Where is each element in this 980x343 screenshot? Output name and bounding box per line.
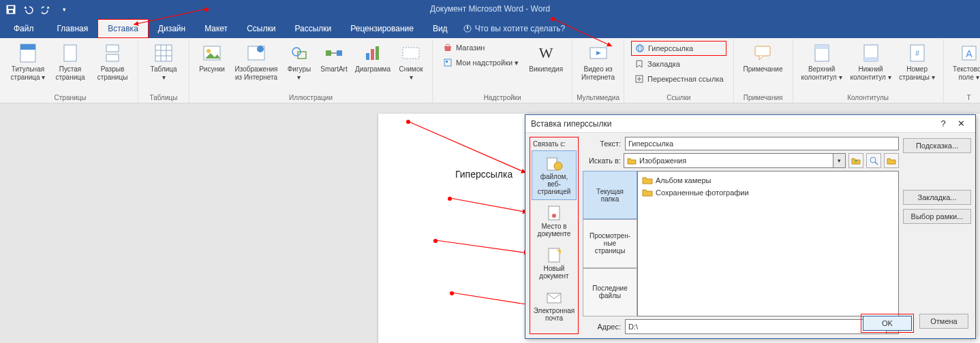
link-to-panel: Связать с: файлом, веб- страницей Место …	[530, 137, 579, 334]
linkto-email[interactable]: Электронная почта	[532, 284, 577, 327]
svg-rect-10	[155, 45, 172, 61]
dialog-close-button[interactable]: ✕	[952, 116, 970, 131]
svg-rect-21	[326, 50, 331, 56]
bookmark-button[interactable]: Закладка	[631, 57, 726, 71]
svg-text:#: #	[915, 50, 919, 57]
tell-me[interactable]: Что вы хотите сделать?	[463, 19, 566, 38]
svg-point-52	[552, 214, 556, 218]
tab-references[interactable]: Ссылки	[237, 19, 285, 38]
lookin-combo[interactable]: Изображения ▾	[624, 153, 846, 168]
annotation-dot	[433, 239, 438, 243]
address-label: Адрес:	[583, 323, 621, 331]
page-break-button[interactable]: Разрыв страницы	[91, 39, 134, 82]
cover-page-button[interactable]: Титульная страница ▾	[7, 39, 49, 82]
file-list[interactable]: Альбом камеры Сохраненные фотографии	[637, 171, 899, 316]
address-input[interactable]: D:\ ▾	[625, 319, 899, 334]
ok-button[interactable]: OK	[863, 316, 912, 331]
chart-button[interactable]: Диаграмма	[352, 39, 394, 75]
textbox-button[interactable]: AТекстовое поле ▾	[948, 39, 980, 82]
linkto-new-doc[interactable]: Новый документ	[532, 242, 577, 284]
bookmark-dialog-button[interactable]: Закладка...	[903, 190, 971, 205]
online-pictures-button[interactable]: Изображения из Интернета	[230, 39, 282, 82]
svg-rect-23	[366, 53, 369, 60]
link-to-label: Связать с:	[532, 139, 577, 150]
smartart-button[interactable]: SmartArt	[316, 39, 352, 75]
store-button[interactable]: Магазин	[440, 41, 521, 54]
cancel-button[interactable]: Отмена	[919, 314, 968, 329]
redo-icon[interactable]	[40, 3, 53, 16]
linkto-file-web[interactable]: файлом, веб- страницей	[532, 150, 577, 200]
browse-web-button[interactable]	[866, 153, 881, 168]
svg-rect-1	[8, 6, 14, 9]
target-frame-button[interactable]: Выбор рамки...	[903, 209, 971, 224]
hyperlink-button[interactable]: Гиперссылка	[631, 41, 726, 56]
nav-browsed-pages[interactable]: Просмотрен- ные страницы	[583, 219, 637, 267]
tab-mailings[interactable]: Рассылки	[285, 19, 341, 38]
dialog-title: Вставка гиперссылки	[531, 119, 611, 129]
annotation-dot	[448, 197, 452, 201]
tab-layout[interactable]: Макет	[195, 19, 237, 38]
footer-button[interactable]: Нижний колонтитул ▾	[846, 39, 895, 82]
crossref-button[interactable]: Перекрестная ссылка	[631, 72, 726, 86]
group-text-label: Т	[967, 93, 971, 103]
screenshot-button[interactable]: Снимок ▾	[394, 39, 428, 82]
pictures-button[interactable]: Рисунки	[194, 39, 230, 75]
dialog-help-button[interactable]: ?	[934, 116, 952, 131]
blank-page-button[interactable]: Пустая страница	[49, 39, 91, 82]
tab-design[interactable]: Дизайн	[149, 19, 195, 38]
svg-text:A: A	[966, 48, 973, 59]
wikipedia-button[interactable]: WВикипедия	[524, 39, 568, 75]
undo-icon[interactable]	[22, 3, 35, 16]
svg-point-31	[639, 45, 641, 52]
list-item[interactable]: Сохраненные фотографии	[641, 186, 895, 199]
browse-file-button[interactable]	[884, 153, 899, 168]
group-pages-label: Страницы	[55, 93, 87, 103]
crossref-icon	[634, 74, 645, 84]
nav-current-folder[interactable]: Текущая папка	[583, 171, 637, 219]
annotation-dot	[551, 17, 555, 21]
svg-rect-35	[815, 45, 829, 49]
svg-point-16	[206, 49, 211, 53]
svg-rect-7	[64, 45, 76, 61]
svg-point-18	[257, 46, 264, 52]
text-to-display-input[interactable]: Гиперссылка	[625, 137, 899, 150]
comment-button[interactable]: Примечание	[738, 39, 788, 75]
header-button[interactable]: Верхний колонтитул ▾	[797, 39, 846, 82]
group-media-label: Мультимедиа	[577, 93, 619, 103]
screentip-button[interactable]: Подсказка...	[903, 138, 971, 153]
tab-insert[interactable]: Вставка	[97, 19, 149, 38]
nav-recent-files[interactable]: Последние файлы	[583, 268, 637, 316]
lookin-label: Искать в:	[583, 157, 621, 165]
document-text: Гиперссылка	[455, 169, 512, 180]
svg-rect-25	[376, 46, 379, 60]
linkto-place-in-doc[interactable]: Место в документе	[532, 200, 577, 242]
tell-me-label: Что вы хотите сделать?	[475, 24, 566, 33]
my-addins-button[interactable]: Мои надстройки ▾	[440, 56, 521, 69]
group-comments-label: Примечания	[744, 93, 783, 103]
shapes-button[interactable]: Фигуры ▾	[282, 39, 316, 82]
tab-review[interactable]: Рецензирование	[341, 19, 423, 38]
table-button[interactable]: Таблица ▾	[142, 39, 185, 82]
svg-rect-37	[864, 57, 878, 61]
tab-view[interactable]: Вид	[423, 19, 457, 38]
list-item[interactable]: Альбом камеры	[641, 174, 895, 186]
online-video-button[interactable]: Видео из Интернета	[577, 39, 619, 82]
save-icon[interactable]	[4, 3, 18, 16]
chevron-down-icon[interactable]: ▾	[833, 154, 845, 167]
svg-rect-26	[403, 48, 419, 59]
annotation-dot	[406, 120, 410, 124]
text-label: Текст:	[583, 140, 621, 148]
svg-rect-24	[371, 49, 374, 60]
svg-rect-6	[20, 44, 35, 50]
qat-customize-icon[interactable]: ▾	[57, 3, 71, 16]
tab-home[interactable]: Главная	[48, 19, 98, 38]
svg-rect-9	[106, 54, 119, 61]
svg-rect-28	[446, 61, 448, 63]
tab-file[interactable]: Файл	[4, 19, 48, 38]
annotation-dot	[450, 291, 454, 295]
folder-icon	[627, 157, 637, 165]
group-addins-label: Надстройки	[484, 93, 521, 103]
annotation-dot	[204, 7, 209, 12]
page-number-button[interactable]: #Номер страницы ▾	[895, 39, 939, 82]
up-folder-button[interactable]	[848, 153, 863, 168]
